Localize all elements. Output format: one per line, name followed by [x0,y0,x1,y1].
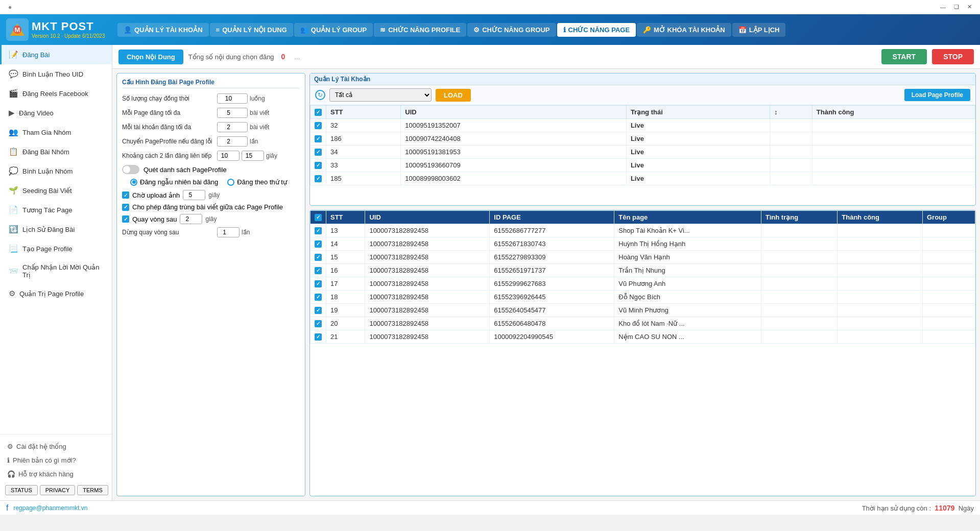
page-row-checkbox[interactable] [315,267,322,274]
sidebar-item-dang-video[interactable]: ▶Đăng Video [0,103,112,123]
config-panel: Cấu Hình Đăng Bài Page Profile Số lượng … [116,73,305,496]
nav-tab-label-quan-ly-tai-khoan: QUẢN LÝ TÀI KHOẢN [134,26,203,34]
sidebar-item-lich-su-dang-bai[interactable]: 🔃Lịch Sử Đăng Bài [0,220,112,239]
config-label-5: Khoảng cách 2 lần đăng liên tiếp [122,152,214,159]
sidebar-item-tham-gia-nhom[interactable]: 👥Tham Gia Nhóm [0,123,112,142]
page-row-id-page: 61552606480478 [490,317,614,330]
load-button[interactable]: LOAD [436,89,471,102]
page-row-thanh-cong [838,251,923,264]
sidebar-item-seeding-bai-viet[interactable]: 🌱Seeding Bài Viết [0,181,112,200]
main-content: Chọn Nội Dung Tổng số nội dung chọn đăng… [112,45,980,500]
nav-tab-quan-ly-tai-khoan[interactable]: 👤QUẢN LÝ TÀI KHOẢN [117,23,209,37]
sidebar-label-tuong-tac-page: Tương Tác Page [22,206,72,214]
switch-profile-unit: lần [250,138,258,145]
sidebar-icon-binh-luan-nhom: 💭 [9,166,18,176]
sidebar-item-dang-bai-nhom[interactable]: 📋Đăng Bài Nhóm [0,142,112,161]
page-row-checkbox[interactable] [315,294,322,301]
account-row-uid: 100089998003602 [401,172,627,185]
nav-tab-icon-chuc-nang-page: ℹ [563,26,566,34]
page-row-checkbox[interactable] [315,307,322,314]
refresh-icon[interactable]: ↻ [315,90,325,100]
footer-item-ho-tro[interactable]: 🎧Hỗ trợ khách hàng [5,467,107,481]
cho-upload-anh-input[interactable] [183,190,205,200]
page-row-tinh-trang [761,317,838,330]
account-select[interactable]: Tất cả [329,88,432,102]
load-page-profile-button[interactable]: Load Page Profile [904,89,970,101]
sidebar-item-chap-nhan-loi-moi[interactable]: 📨Chấp Nhận Lời Mời Quản Trị [0,258,112,284]
stop-button[interactable]: STOP [932,49,974,64]
sidebar-item-binh-luan-nhom[interactable]: 💭Bình Luận Nhóm [0,161,112,181]
radio-random[interactable]: Đăng ngẫu nhiên bài đăng [130,178,218,186]
page-row-ten-page: Nệm CAO SU NON ... [614,330,761,344]
page-row-stt: 15 [326,251,365,264]
account-col-sort[interactable]: ↕ [770,106,812,119]
footer-btn-privacy[interactable]: PRIVACY [40,485,75,495]
sidebar-item-tuong-tac-page[interactable]: 📄Tương Tác Page [0,200,112,220]
sidebar-label-quan-tri-page-profile: Quản Trị Page Profile [19,290,84,298]
page-max-input[interactable] [217,108,248,118]
account-row-success [812,119,975,132]
dung-quay-vong-input[interactable] [217,227,240,237]
checkbox-row-3: Quay vòng sau giây [122,214,300,224]
nav-tab-mo-khoa-tai-khoan[interactable]: 🔑MỞ KHÓA TÀI KHOẢN [637,23,731,37]
page-row-checkbox[interactable] [315,240,322,248]
toolbar-count: 0 [281,53,285,61]
quay-vong-sau-input[interactable] [180,214,202,224]
quet-danh-sach-toggle[interactable] [122,165,139,174]
page-max-unit: bài viết [250,109,269,116]
page-row-checkbox[interactable] [315,254,322,261]
sidebar-item-dang-reels[interactable]: 🎬Đăng Reels Facebook [0,84,112,103]
nav-tab-quan-ly-group[interactable]: 👥QUẢN LÝ GROUP [294,23,373,37]
cho-upload-anh-checkbox[interactable] [122,191,129,199]
account-row-checkbox[interactable] [315,175,322,182]
page-row-checkbox[interactable] [315,320,322,327]
interval-max-input[interactable] [242,151,264,161]
nav-tab-chuc-nang-profile[interactable]: ≋CHỨC NĂNG PROFILE [374,23,466,37]
minimize-button[interactable]: — [937,3,949,11]
close-button[interactable]: ✕ [964,3,975,11]
account-row-checkbox[interactable] [315,135,322,142]
nav-tab-chuc-nang-group[interactable]: ⚙CHỨC NĂNG GROUP [467,23,556,37]
footer-item-phien-ban[interactable]: ℹPhiên bản có gì mới? [5,453,107,467]
account-max-input[interactable] [217,122,248,132]
account-row-checkbox[interactable] [315,149,322,156]
sidebar-item-dang-bai[interactable]: 📝Đăng Bài [0,45,112,64]
account-row-checkbox[interactable] [315,162,322,169]
sidebar-icon-tao-page-profile: 📃 [9,244,18,253]
page-row-checkbox[interactable] [315,333,322,341]
page-row-stt: 21 [326,330,365,344]
sidebar-item-quan-tri-page-profile[interactable]: ⚙Quản Trị Page Profile [0,284,112,303]
page-row-thanh-cong [838,277,923,291]
footer-btn-status[interactable]: STATUS [5,485,38,495]
luong-input[interactable] [217,93,248,104]
footer-label-phien-ban: Phiên bản có gì mới? [13,456,76,464]
interval-min-input[interactable] [217,151,240,161]
account-row-checkbox[interactable] [315,122,322,129]
account-table-row: 34 100095191381953 Live [310,146,975,159]
page-select-all[interactable] [315,214,322,221]
quay-vong-sau-checkbox[interactable] [122,215,129,223]
page-row-checkbox[interactable] [315,227,322,234]
sidebar-item-tao-page-profile[interactable]: 📃Tạo Page Profile [0,239,112,258]
cho-phep-dang-trung-checkbox[interactable] [122,204,129,211]
footer-btn-terms[interactable]: TERMS [77,485,108,495]
page-row-uid: 1000073182892458 [365,224,490,237]
footer-item-cai-dat[interactable]: ⚙Cài đặt hệ thống [5,440,107,453]
page-profile-table-row: 17 1000073182892458 61552999627683 Vũ Ph… [310,277,975,291]
nav-tab-lap-lich[interactable]: 📅LẬP LỊCH [732,23,786,37]
maximize-button[interactable]: ❑ [951,3,962,11]
page-row-checkbox[interactable] [315,280,322,287]
page-row-tinh-trang [761,251,838,264]
account-select-all[interactable] [315,109,322,116]
footer-label-cai-dat: Cài đặt hệ thống [16,443,66,450]
chon-noi-dung-button[interactable]: Chọn Nội Dung [118,50,183,64]
page-row-id-page: 61552279893309 [490,251,614,264]
nav-tab-chuc-nang-page[interactable]: ℹCHỨC NĂNG PAGE [557,23,636,37]
page-col-tinh-trang: Tình trạng [761,211,838,224]
sidebar-item-binh-luan-theo-uid[interactable]: 💬Bình Luận Theo UID [0,64,112,84]
config-label-1: Số lượng chạy đồng thời [122,95,214,102]
nav-tab-quan-ly-noi-dung[interactable]: ≡QUẢN LÝ NỘI DUNG [210,23,293,37]
switch-profile-input[interactable] [217,136,248,147]
start-button[interactable]: START [881,49,927,64]
radio-sequential[interactable]: Đăng theo thứ tự [227,178,287,186]
